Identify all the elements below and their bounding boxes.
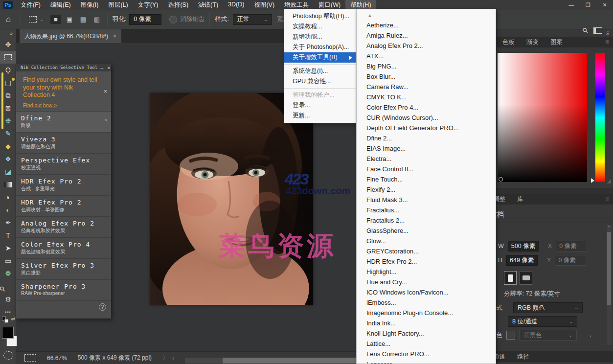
- orientation-landscape-button[interactable]: [520, 271, 532, 285]
- toolbar-expand-icon[interactable]: »: [0, 29, 16, 38]
- path-selection-tool[interactable]: ➤: [0, 242, 16, 254]
- close-tab-icon[interactable]: ×: [113, 33, 116, 40]
- plugin-menu-item[interactable]: Amiga Rulez...: [357, 30, 496, 41]
- nik-tool-item[interactable]: Color Efex Pro 4 颜色滤镜和创意效果: [16, 238, 111, 259]
- history-brush-tool[interactable]: ❖: [0, 153, 16, 165]
- panel-menu-icon[interactable]: ≡: [605, 195, 609, 203]
- nik-tool-item[interactable]: Viveza 3 调整颜色和色调: [16, 133, 111, 154]
- plugin-menu-item[interactable]: Aetherize...: [357, 20, 496, 30]
- help-menu-item[interactable]: 实操教程...: [284, 22, 356, 32]
- subtract-from-selection-icon[interactable]: ▤: [78, 15, 89, 24]
- marquee-preset-icon[interactable]: [29, 16, 37, 23]
- help-menu-item[interactable]: 管理我的帐户...: [284, 88, 356, 100]
- width-field[interactable]: 500 像素: [508, 241, 539, 251]
- help-menu-item[interactable]: 更新...: [284, 111, 356, 121]
- antialias-checkbox[interactable]: [169, 16, 177, 23]
- dodge-tool[interactable]: ◐: [0, 204, 16, 216]
- plugin-menu-item[interactable]: Glow...: [357, 236, 496, 246]
- settings-gear-icon[interactable]: ⚙: [0, 293, 16, 306]
- nik-tool-item[interactable]: HDR Efex Pro 2 色调映射 - 单张图像: [16, 196, 111, 217]
- menubar-item[interactable]: 图像(I): [76, 0, 104, 10]
- plugin-menu-item[interactable]: Knoll Light Factory...: [357, 328, 496, 339]
- plugin-menu-item[interactable]: Flexify 2...: [357, 184, 496, 195]
- nik-find-out-how-link[interactable]: Find out how >: [23, 102, 57, 108]
- eraser-tool[interactable]: ◪: [0, 165, 16, 178]
- new-selection-icon[interactable]: ■: [50, 15, 61, 24]
- chevron-down-icon[interactable]: ⌄: [40, 17, 44, 22]
- plugin-menu-item[interactable]: Camera Raw...: [357, 82, 496, 92]
- hue-slider[interactable]: [595, 53, 605, 182]
- vertical-scrollbar-thumb[interactable]: [607, 232, 611, 305]
- help-menu-item[interactable]: 新增功能...: [284, 32, 356, 42]
- help-menu-item[interactable]: 登录...: [284, 100, 356, 111]
- intersect-selection-icon[interactable]: ▥: [91, 15, 102, 24]
- x-field[interactable]: 0 像素: [556, 241, 587, 251]
- rectangular-marquee-tool[interactable]: [0, 51, 16, 64]
- restore-button[interactable]: ❐: [580, 0, 596, 10]
- nik-tool-item[interactable]: Analog Efex Pro 2 经典相机和胶片效果: [16, 217, 111, 238]
- plugin-menu-item[interactable]: Hue and Cry...: [357, 277, 496, 287]
- close-button[interactable]: ✕: [596, 0, 613, 10]
- help-menu-item[interactable]: 关于增效工具(B): [284, 52, 356, 63]
- menubar-item[interactable]: 图层(L): [103, 0, 133, 10]
- plugin-menu-item[interactable]: Imagenomic Plug-in Console...: [357, 308, 496, 318]
- plugin-menu-item[interactable]: Lattice...: [357, 339, 496, 349]
- menubar-item[interactable]: 滤镜(T): [193, 0, 223, 10]
- plugin-menu-item[interactable]: Box Blur...: [357, 71, 496, 82]
- plugin-menu-item[interactable]: India Ink...: [357, 318, 496, 328]
- panel-tab[interactable]: 图案: [545, 37, 568, 47]
- menubar-item[interactable]: 视图(V): [249, 0, 279, 10]
- plugin-menu-item[interactable]: Lens Corrector PRO...: [357, 349, 496, 359]
- saturation-brightness-picker[interactable]: [498, 53, 587, 182]
- submenu-scroll-up[interactable]: ▲: [357, 10, 496, 20]
- plugin-menu-item[interactable]: HDR Efex Pro 2...: [357, 256, 496, 267]
- color-mode-select[interactable]: RGB 颜色 ⌄: [513, 302, 583, 313]
- plugin-menu-item[interactable]: iEmboss...: [357, 297, 496, 308]
- quick-mask-icon[interactable]: [3, 351, 13, 360]
- menubar-item[interactable]: 3D(D): [223, 0, 249, 10]
- rectangle-tool[interactable]: ▭: [0, 254, 16, 267]
- menubar-item[interactable]: 选择(S): [163, 0, 193, 10]
- move-tool[interactable]: ✥: [0, 38, 16, 51]
- panel-tab[interactable]: 渐变: [521, 37, 545, 47]
- foreground-color-swatch[interactable]: [2, 327, 14, 339]
- panel-menu-icon[interactable]: ≡: [605, 38, 609, 46]
- plugin-menu-item[interactable]: Big PNG...: [357, 61, 496, 71]
- hue-slider-marker[interactable]: [591, 178, 594, 183]
- vertical-scrollbar[interactable]: ⌃: [607, 225, 612, 345]
- scroll-down-icon[interactable]: ⌄: [589, 333, 592, 338]
- canvas-color-checkbox[interactable]: [506, 331, 515, 340]
- feather-input[interactable]: 0 像素: [129, 14, 161, 25]
- plugin-menu-item[interactable]: Fractalius 2...: [357, 215, 496, 226]
- style-select[interactable]: 正常 ⌄: [233, 14, 272, 25]
- nik-tool-item[interactable]: Sharpener Pro 3 RAW Pre-sharpener: [16, 280, 111, 301]
- plugin-menu-item[interactable]: Electra...: [357, 154, 496, 164]
- nik-tool-item[interactable]: HDR Efex Pro 2 合成 - 多重曝光: [16, 175, 111, 196]
- swap-colors-icon[interactable]: ⇄: [1, 316, 16, 324]
- canvas-color-select[interactable]: 背景色 ⌄: [519, 330, 577, 341]
- height-field[interactable]: 649 像素: [506, 255, 538, 266]
- plugin-menu-item[interactable]: EIAS Image...: [357, 143, 496, 154]
- help-menu-item[interactable]: 系统信息(I)...: [284, 64, 356, 76]
- workspace-icon[interactable]: [593, 27, 602, 34]
- plugin-menu-item[interactable]: GREYCstoration...: [357, 246, 496, 256]
- plugin-menu-item[interactable]: CMYK TO K...: [357, 92, 496, 102]
- nik-panel-header[interactable]: Nik Collection Selective Tool — ×: [16, 64, 111, 71]
- plugin-menu-item[interactable]: Fine Touch...: [357, 174, 496, 184]
- help-menu-item[interactable]: Photoshop 帮助(H)...: [284, 11, 356, 22]
- add-to-selection-icon[interactable]: ▣: [64, 15, 75, 24]
- gradient-tool[interactable]: [0, 178, 16, 191]
- zoom-level[interactable]: 66.67%: [47, 355, 67, 362]
- document-tab[interactable]: 人物效果.jpg @ 66.7%(RGB/8#) ×: [20, 29, 121, 43]
- plugin-menu-item[interactable]: Lenscare...: [357, 359, 496, 364]
- plugin-menu-item[interactable]: Face Control II...: [357, 164, 496, 174]
- panel-resize-grip[interactable]: [607, 179, 611, 183]
- plugin-menu-item[interactable]: Depth Of Field Generator PRO...: [357, 123, 496, 133]
- scroll-up-icon[interactable]: ⌃: [607, 225, 612, 230]
- help-menu-item[interactable]: 关于 Photoshop(A)...: [284, 42, 356, 52]
- menubar-item[interactable]: 文字(Y): [133, 0, 163, 10]
- minimize-button[interactable]: —: [563, 0, 580, 10]
- panel-tab[interactable]: 路径: [511, 351, 535, 362]
- plugin-menu-item[interactable]: CUR (Windows Cursor)...: [357, 113, 496, 123]
- plugin-menu-item[interactable]: ATX...: [357, 51, 496, 61]
